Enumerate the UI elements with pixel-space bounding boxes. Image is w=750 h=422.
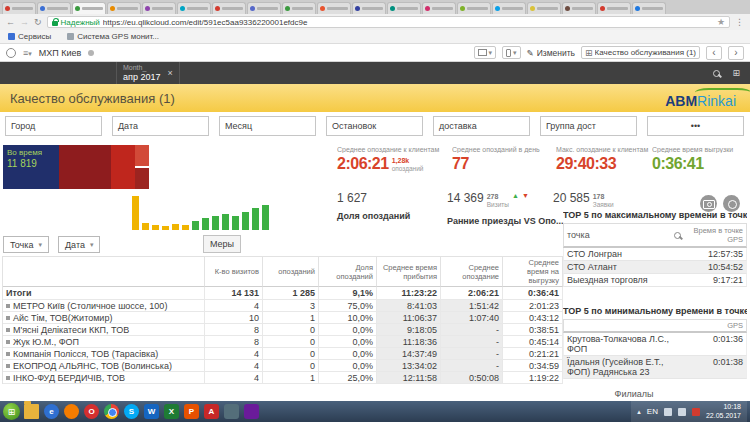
browser-tab[interactable]: [457, 2, 491, 14]
volume-icon[interactable]: [664, 408, 672, 416]
bar[interactable]: [172, 224, 179, 230]
network-icon[interactable]: [678, 408, 686, 416]
table-row[interactable]: Крутова-Толкачова Л.С., ФОП0:01:36: [563, 333, 747, 356]
bar[interactable]: [132, 196, 139, 230]
browser-tab[interactable]: [142, 2, 176, 14]
kpi-avg-delays-per-day[interactable]: Среднее опозданий в день 77: [452, 146, 552, 172]
firefox-icon[interactable]: [64, 404, 79, 419]
filter-box-3[interactable]: Месяц: [219, 116, 316, 136]
browser-tab[interactable]: [562, 2, 596, 14]
pdf-icon[interactable]: A: [204, 404, 219, 419]
selections-tool-icon[interactable]: ⊞: [732, 68, 740, 78]
filter-box-1[interactable]: Город: [5, 116, 102, 136]
mini-bar-chart[interactable]: [132, 186, 272, 230]
kpi-max-delay[interactable]: Макс. опоздание к клиентам 29:40:33: [556, 146, 652, 172]
filter-box-2[interactable]: Дата: [112, 116, 209, 136]
tray-clock[interactable]: 10:18 22.05.2017: [706, 403, 741, 421]
filter-box-5[interactable]: доставка: [433, 116, 530, 136]
bookmark-item[interactable]: Сервисы: [8, 32, 51, 41]
kpi-avg-delay[interactable]: Среднее опоздание к клиентам 2:06:21 1,2…: [337, 146, 449, 173]
chrome-icon[interactable]: [104, 404, 119, 419]
edit-button[interactable]: ✎Изменить: [527, 48, 575, 58]
bar[interactable]: [192, 221, 199, 230]
reload-icon[interactable]: ↻: [34, 18, 42, 27]
system-tray[interactable]: ▴ EN 10:18 22.05.2017: [631, 401, 747, 422]
app-icon[interactable]: [224, 404, 239, 419]
search-icon[interactable]: [674, 232, 681, 239]
bar[interactable]: [162, 226, 169, 230]
browser-tab[interactable]: [597, 2, 631, 14]
browser-tab[interactable]: [282, 2, 316, 14]
bar[interactable]: [222, 214, 229, 230]
browser-tab[interactable]: [72, 2, 106, 14]
bar[interactable]: [242, 212, 249, 230]
filter-box-6[interactable]: Группа дост: [540, 116, 637, 136]
phone-preview-button[interactable]: ▾: [502, 46, 521, 59]
stat-early-vs-late[interactable]: 14 369 278Визиты ▲ ▼ Ранние приезды VS О…: [447, 192, 564, 226]
stat-delay-share[interactable]: 1 627 Доля опозданий: [337, 192, 410, 221]
next-sheet-button[interactable]: ›: [728, 46, 744, 60]
table-row[interactable]: М'ясні Делікатеси ККП, ТОВ800,0%9:18:05-…: [3, 324, 563, 336]
skype-icon[interactable]: S: [124, 404, 139, 419]
table-row[interactable]: Компанія Полісся, ТОВ (Тарасівка)400,0%1…: [3, 348, 563, 360]
app-navigation-icon[interactable]: [6, 48, 16, 58]
bar[interactable]: [182, 225, 189, 230]
browser-tab[interactable]: [352, 2, 386, 14]
column-header[interactable]: Время в точке GPS: [684, 224, 746, 246]
time-filter-block[interactable]: [135, 145, 149, 166]
column-header[interactable]: Доля опозданий: [319, 257, 377, 287]
folder-icon[interactable]: [24, 404, 39, 419]
column-header[interactable]: Среднее опоздание: [441, 257, 503, 287]
filter-box-4[interactable]: Остановок: [326, 116, 423, 136]
totals-row[interactable]: Итоги14 1311 2859,1%11:23:222:06:210:36:…: [3, 287, 563, 300]
browser-menu-icon[interactable]: ⋮: [735, 18, 744, 27]
browser-tab[interactable]: [387, 2, 421, 14]
dimension-selector-point[interactable]: Точка ▾: [3, 236, 49, 253]
column-header[interactable]: опозданий: [263, 257, 319, 287]
column-header[interactable]: GPS: [684, 320, 746, 331]
table-row[interactable]: Жук Ю.М., ФОП800,0%11:18:36-0:45:14: [3, 336, 563, 348]
time-filter-block[interactable]: [111, 145, 135, 189]
browser-tab[interactable]: [2, 2, 36, 14]
bar[interactable]: [262, 205, 269, 230]
app-title[interactable]: МХП Киев: [39, 48, 82, 58]
notification-icon[interactable]: [692, 408, 700, 416]
start-button[interactable]: ⊞: [3, 403, 20, 420]
dimension-selector-date[interactable]: Дата ▾: [58, 236, 100, 253]
url-field[interactable]: Надежный https://eu.qlikcloud.com/edit/5…: [47, 16, 730, 28]
column-header[interactable]: К-во визитов: [205, 257, 263, 287]
chip-close-icon[interactable]: ×: [167, 68, 172, 78]
bookmark-item[interactable]: Система GPS монит...: [67, 32, 159, 41]
table-row[interactable]: ІНКО-ФУД БЕРДИЧІВ, ТОВ4125,0%12:11:580:5…: [3, 372, 563, 384]
browser-tab[interactable]: [527, 2, 561, 14]
time-filter-selected-block[interactable]: Во время 11 819: [3, 145, 59, 189]
time-distribution-filter[interactable]: Во время 11 819: [3, 145, 149, 189]
table-row[interactable]: Айс Тім, ТОВ(Житомир)10110,0%11:06:371:0…: [3, 312, 563, 324]
powerpoint-icon[interactable]: P: [184, 404, 199, 419]
word-icon[interactable]: W: [144, 404, 159, 419]
table-row[interactable]: МЕТРО Київ (Столичное шоссе, 100)4375,0%…: [3, 300, 563, 312]
browser-tab[interactable]: [317, 2, 351, 14]
selection-chip[interactable]: Month_ апр 2017 ×: [116, 62, 180, 84]
ie-icon[interactable]: e: [44, 404, 59, 419]
table-row[interactable]: Їдальня (Гусейнов Е.Т., ФОП) Радянська 2…: [563, 356, 747, 379]
global-menu-icon[interactable]: ≡▾: [23, 48, 32, 58]
forward-icon[interactable]: →: [20, 18, 29, 27]
table-row[interactable]: ЕКОПРОД АЛЬЯНС, ТОВ (Волинська)400,0%13:…: [3, 360, 563, 372]
browser-tab[interactable]: [247, 2, 281, 14]
previous-sheet-button[interactable]: ‹: [706, 46, 722, 60]
device-preview-button[interactable]: ▾: [474, 46, 497, 59]
tray-expand-icon[interactable]: ▴: [637, 408, 641, 416]
browser-tab[interactable]: [37, 2, 71, 14]
opera-icon[interactable]: O: [84, 404, 99, 419]
excel-icon[interactable]: X: [164, 404, 179, 419]
language-indicator[interactable]: EN: [647, 407, 658, 416]
browser-tab[interactable]: [177, 2, 211, 14]
column-header[interactable]: [3, 257, 205, 287]
back-icon[interactable]: ←: [6, 18, 15, 27]
bar[interactable]: [142, 223, 149, 230]
column-header[interactable]: Среднее время на выгрузку: [503, 257, 563, 287]
filter-box-7[interactable]: •••: [647, 116, 744, 136]
bar[interactable]: [252, 208, 259, 230]
browser-tab[interactable]: [632, 2, 666, 14]
